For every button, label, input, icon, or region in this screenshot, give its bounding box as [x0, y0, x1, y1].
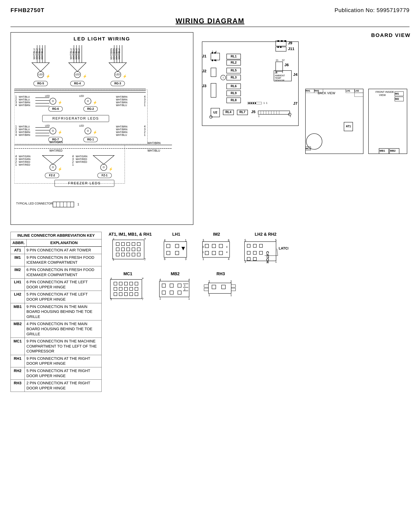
svg-text:RG-7: RG-7: [52, 138, 59, 141]
svg-text:WHT/BRN: WHT/BRN: [116, 96, 127, 98]
svg-text:WHT/BRN: WHT/BRN: [110, 48, 112, 59]
svg-text:4: 4: [228, 258, 229, 260]
svg-text:WHT/BLU: WHT/BLU: [19, 96, 30, 98]
svg-rect-332: [114, 282, 117, 285]
svg-text:RH3: RH3: [314, 89, 319, 92]
svg-text:WHT/BLU: WHT/BLU: [41, 49, 44, 59]
table-row: LH16 PIN CONNECTION AT THE LEFT DOOR UPP…: [11, 279, 102, 291]
svg-point-211: [248, 102, 250, 104]
svg-text:3: 3: [202, 245, 204, 248]
table-row: MB19 PIN CONNECTION IN THE MAIN BOARD HO…: [11, 303, 102, 320]
svg-text:3: 3: [144, 128, 146, 131]
svg-text:RG-3: RG-3: [114, 82, 121, 85]
svg-text:RG-4: RG-4: [74, 82, 81, 85]
svg-text:⚡: ⚡: [123, 74, 127, 78]
connector-rh3-label: RH3: [217, 271, 225, 276]
svg-text:4: 4: [215, 50, 217, 53]
svg-text:WHT/BLU: WHT/BLU: [77, 49, 80, 59]
table-row: IM26 PIN CONNECTION IN FRESH FOOD ICEMAK…: [11, 266, 102, 278]
bottom-section: INLINE CONNECTOR ABBREVIATION KEY ABBR. …: [10, 232, 410, 392]
svg-text:1: 1: [77, 203, 79, 206]
svg-text:RL1: RL1: [231, 55, 237, 58]
table-row: MB24 PIN CONNECTION IN THE MAIN BOARD HO…: [11, 320, 102, 338]
svg-text:FREEZER LEDS: FREEZER LEDS: [68, 181, 101, 185]
svg-text:1: 1: [230, 294, 232, 297]
svg-rect-334: [124, 282, 128, 285]
svg-rect-338: [119, 287, 122, 290]
svg-text:RG-2: RG-2: [87, 107, 94, 110]
svg-rect-333: [119, 282, 122, 285]
svg-text:9: 9: [144, 238, 146, 240]
svg-text:WHT/RED: WHT/RED: [19, 161, 30, 163]
connector-row-1: AT1, IM1, MB1, & RH1 3 9 1 7: [109, 232, 410, 266]
svg-marker-30: [69, 63, 86, 71]
svg-text:1: 1: [245, 260, 246, 263]
svg-text:J1: J1: [202, 54, 206, 58]
title-divider: [10, 27, 410, 27]
connector-im2-svg: 3 6 1 4 4 4 3 1: [201, 238, 232, 261]
svg-text:RL9: RL9: [231, 91, 237, 95]
svg-text:J6: J6: [285, 63, 289, 67]
svg-text:3: 3: [112, 238, 114, 240]
svg-rect-355: [162, 291, 165, 294]
svg-text:WHT/BLU: WHT/BLU: [75, 49, 78, 59]
svg-text:WHT/RED: WHT/RED: [76, 158, 87, 161]
svg-text:WHT/BLU: WHT/BLU: [118, 49, 120, 59]
svg-text:⚡: ⚡: [93, 130, 97, 134]
abbr-cell: RH3: [11, 379, 25, 392]
svg-text:2: 2: [212, 50, 213, 53]
connector-lh1-label: LH1: [172, 232, 180, 237]
svg-text:1: 1: [144, 104, 146, 107]
svg-text:WHT/BLU: WHT/BLU: [19, 128, 30, 131]
svg-rect-356: [170, 291, 173, 294]
connector-at1-label: AT1, IM1, MB1, & RH1: [109, 232, 152, 237]
svg-text:REFRIGERATOR LEDS: REFRIGERATOR LEDS: [52, 116, 99, 120]
svg-rect-373: [231, 288, 236, 291]
svg-rect-270: [116, 243, 119, 246]
connector-lh2-rh2-label: LH2 & RH2: [255, 232, 276, 237]
connector-row-2: MC1 3 9 1 7: [109, 271, 410, 300]
svg-rect-336: [135, 282, 138, 285]
connector-im2-label: IM2: [213, 232, 220, 237]
abbr-cell: MB1: [11, 303, 25, 320]
svg-rect-340: [130, 287, 133, 290]
svg-rect-344: [124, 293, 128, 296]
svg-rect-343: [119, 293, 122, 296]
svg-text:LH2: LH2: [355, 89, 359, 92]
svg-text:4: 4: [164, 239, 165, 242]
svg-text:⚡: ⚡: [58, 130, 62, 134]
svg-text:MB1: MB1: [380, 149, 385, 152]
svg-rect-352: [162, 284, 165, 287]
svg-text:O: O: [52, 100, 54, 102]
svg-text:4: 4: [226, 245, 227, 248]
svg-text:3: 3: [15, 131, 17, 134]
model-number: FFHB2750T: [10, 7, 45, 14]
svg-rect-303: [205, 251, 209, 255]
svg-text:RL3: RL3: [231, 76, 237, 79]
led-panel-title: LED LIGHT WIRING: [14, 36, 189, 42]
svg-text:WHT/BRN: WHT/BRN: [19, 134, 30, 136]
abbr-cell: LH2: [11, 291, 25, 303]
abbr-cell: RH1: [11, 355, 25, 367]
svg-text:LED: LED: [45, 95, 50, 97]
svg-text:WHT/BRN: WHT/BRN: [116, 131, 127, 134]
connector-rh3-svg: 2 2 1 1: [203, 278, 238, 300]
svg-text:O: O: [103, 166, 105, 169]
svg-rect-157: [14, 145, 125, 184]
svg-text:6: 6: [164, 258, 165, 260]
abbr-cell: IM2: [11, 266, 25, 278]
svg-point-212: [250, 102, 252, 104]
svg-rect-290: [166, 244, 170, 248]
svg-text:9: 9: [142, 278, 143, 280]
svg-text:J5: J5: [251, 110, 255, 114]
svg-text:4: 4: [144, 95, 146, 98]
svg-text:TEMP: TEMP: [275, 77, 281, 79]
table-row: AT19 PIN CONNECTION AT AIR TOWER: [11, 247, 102, 254]
connector-mc1: MC1 3 9 1 7: [109, 271, 147, 300]
svg-rect-337: [114, 287, 117, 290]
svg-text:⚡: ⚡: [46, 74, 50, 78]
svg-text:WHT/BRN: WHT/BRN: [19, 131, 30, 134]
svg-rect-283: [132, 253, 135, 256]
svg-text:AMBIENT: AMBIENT: [275, 74, 285, 77]
svg-text:⚡: ⚡: [83, 74, 87, 78]
